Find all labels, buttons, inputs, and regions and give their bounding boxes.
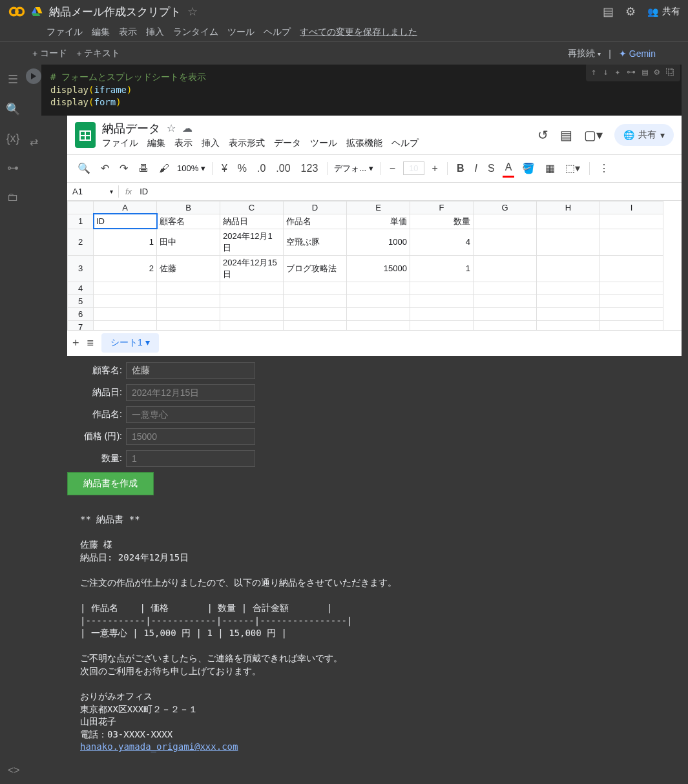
cell[interactable]: 1 [94,229,157,255]
cell[interactable] [157,320,220,330]
menu-tools[interactable]: ツール [227,26,255,38]
gear-icon[interactable]: ⚙ [625,5,636,19]
inc-font-icon[interactable]: + [430,160,441,177]
exchange-icon[interactable]: ⇄ [30,136,38,148]
mirror-icon[interactable]: ⿻ [666,66,675,79]
cell[interactable] [600,294,663,307]
cell[interactable] [600,229,663,255]
cell[interactable] [220,307,284,320]
cell[interactable]: 納品日 [220,214,284,229]
row-header[interactable]: 3 [68,255,94,282]
cell[interactable] [94,294,157,307]
row-header[interactable]: 5 [68,294,94,307]
cell[interactable]: 2024年12月15日 [220,255,284,282]
gemini-button[interactable]: ✦ Gemin [619,48,656,59]
cell[interactable] [474,307,537,320]
col-header[interactable]: C [220,201,284,214]
cloud-icon[interactable]: ☁ [182,122,193,134]
cell[interactable] [600,307,663,320]
cell[interactable] [94,282,157,294]
input-qty[interactable] [126,450,255,467]
font-select[interactable]: デフォ... ▾ [334,163,373,174]
add-text-button[interactable]: +テキスト [76,48,120,59]
col-header[interactable]: H [537,201,600,214]
menu-help[interactable]: ヘルプ [264,26,291,38]
sheets-menu-ext[interactable]: 拡張機能 [346,138,382,149]
share-button[interactable]: 👥 共有 [647,6,680,17]
col-header[interactable]: D [284,201,347,214]
comment-cell-icon[interactable]: ▤ [642,66,647,79]
col-header[interactable]: I [600,201,663,214]
print-icon[interactable]: 🖶 [136,160,151,177]
borders-icon[interactable]: ▦ [543,160,558,177]
cell[interactable] [537,320,600,330]
fill-color-icon[interactable]: 🪣 [519,160,537,177]
percent-icon[interactable]: % [235,160,249,177]
cell[interactable]: 2024年12月1日 [220,229,284,255]
cell[interactable]: ID [94,214,157,229]
cell[interactable]: 数量 [410,214,474,229]
cell[interactable] [600,214,663,229]
row-header[interactable]: 2 [68,229,94,255]
menu-view[interactable]: 表示 [119,26,137,38]
cell[interactable] [474,320,537,330]
cell[interactable] [537,214,600,229]
all-sheets-button[interactable]: ≡ [87,336,94,350]
undo-icon[interactable]: ↶ [98,160,112,177]
secrets-icon[interactable]: ⊶ [7,161,19,175]
col-header[interactable]: F [410,201,474,214]
input-price[interactable] [126,428,255,445]
cell[interactable]: 1000 [347,229,410,255]
spreadsheet-grid[interactable]: ABCDEFGHI 1ID顧客名納品日作品名単価数量21田中2024年12月1日… [67,201,663,330]
submit-button[interactable]: 納品書を作成 [67,472,154,495]
sheets-menu-file[interactable]: ファイル [102,138,138,149]
move-down-icon[interactable]: ↓ [603,66,608,79]
search-icon[interactable]: 🔍 [6,102,20,116]
sheets-menu-edit[interactable]: 編集 [147,138,165,149]
cell[interactable] [537,255,600,282]
link-icon[interactable]: ⊶ [627,66,636,79]
cell[interactable] [347,282,410,294]
cell[interactable] [410,307,474,320]
add-code-button[interactable]: +コード [32,48,67,59]
star-icon[interactable]: ☆ [187,5,198,19]
cell[interactable] [347,294,410,307]
code-toggle-icon[interactable]: <> [8,765,20,776]
more-icon[interactable]: ⋮ [596,160,612,177]
cell[interactable] [410,294,474,307]
dec-dec-icon[interactable]: .0 [255,160,268,177]
reconnect-button[interactable]: 再接続 ▾ [568,48,601,59]
cell[interactable] [537,282,600,294]
cell[interactable] [600,255,663,282]
sheets-menu-format[interactable]: 表示形式 [229,138,265,149]
cell[interactable] [284,282,347,294]
dec-font-icon[interactable]: − [387,160,398,177]
email-link[interactable]: hanako.yamada_origami@xxx.com [80,741,238,752]
col-header[interactable]: G [474,201,537,214]
cell[interactable] [220,320,284,330]
cell[interactable] [474,229,537,255]
cell[interactable] [474,214,537,229]
cell[interactable]: 1 [410,255,474,282]
meet-icon[interactable]: ▢▾ [584,127,603,143]
cell[interactable] [600,320,663,330]
input-name[interactable] [126,362,255,379]
sheets-menu-data[interactable]: データ [274,138,301,149]
strike-icon[interactable]: S [485,160,497,177]
cell[interactable] [347,320,410,330]
tb-search-icon[interactable]: 🔍 [75,160,93,177]
sheets-menu-help[interactable]: ヘルプ [391,138,419,149]
italic-icon[interactable]: I [472,160,480,177]
sheets-title[interactable]: 納品データ [102,121,160,136]
text-color-icon[interactable]: A [503,159,515,178]
format-123-icon[interactable]: 123 [298,160,321,177]
currency-icon[interactable]: ¥ [219,160,230,177]
toc-icon[interactable]: ☰ [8,72,18,87]
menu-file[interactable]: ファイル [47,26,83,38]
menu-runtime[interactable]: ランタイム [173,26,218,38]
cell[interactable] [157,307,220,320]
add-sheet-button[interactable]: + [72,336,79,350]
cell[interactable] [220,282,284,294]
cell[interactable] [537,229,600,255]
name-box[interactable]: A1▾ [67,185,119,198]
